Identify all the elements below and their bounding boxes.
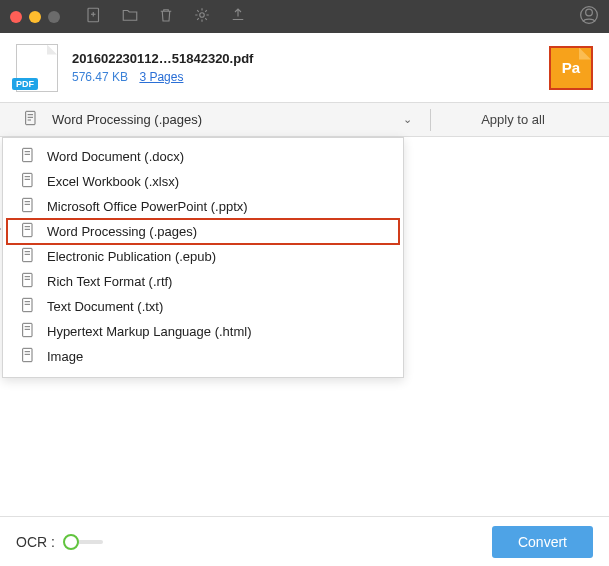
format-option-label: Text Document (.txt) xyxy=(47,299,163,314)
svg-rect-34 xyxy=(23,348,32,361)
ocr-label: OCR : xyxy=(16,534,55,550)
format-option-rtf[interactable]: Rich Text Format (.rtf) xyxy=(3,269,403,294)
folder-icon[interactable] xyxy=(121,6,139,28)
format-option-pages[interactable]: ✓ Word Processing (.pages) xyxy=(7,219,399,244)
format-option-label: Rich Text Format (.rtf) xyxy=(47,274,172,289)
svg-rect-25 xyxy=(23,273,32,286)
gear-icon[interactable] xyxy=(193,6,211,28)
format-option-xlsx[interactable]: Excel Workbook (.xlsx) xyxy=(3,169,403,194)
selected-format-label: Word Processing (.pages) xyxy=(52,112,389,127)
format-option-image[interactable]: Image xyxy=(3,344,403,369)
document-icon xyxy=(21,347,35,366)
format-option-label: Word Processing (.pages) xyxy=(47,224,197,239)
document-icon xyxy=(21,322,35,341)
chevron-down-icon: ⌄ xyxy=(403,113,412,126)
pdf-badge: PDF xyxy=(12,78,38,90)
format-option-epub[interactable]: Electronic Publication (.epub) xyxy=(3,244,403,269)
divider xyxy=(430,109,431,131)
apply-to-all-button[interactable]: Apply to all xyxy=(441,112,585,127)
svg-rect-22 xyxy=(23,248,32,261)
format-option-label: Excel Workbook (.xlsx) xyxy=(47,174,179,189)
format-option-label: Microsoft Office PowerPoint (.pptx) xyxy=(47,199,248,214)
svg-point-3 xyxy=(200,12,205,17)
document-icon xyxy=(21,172,35,191)
document-icon xyxy=(21,222,35,241)
format-option-label: Hypertext Markup Language (.html) xyxy=(47,324,251,339)
maximize-window[interactable] xyxy=(48,11,60,23)
file-pages-link[interactable]: 3 Pages xyxy=(139,70,183,84)
format-option-label: Word Document (.docx) xyxy=(47,149,184,164)
svg-rect-16 xyxy=(23,198,32,211)
upload-icon[interactable] xyxy=(229,6,247,28)
output-format-badge[interactable]: Pa xyxy=(549,46,593,90)
file-details: 201602230112…51842320.pdf 576.47 KB 3 Pa… xyxy=(72,51,535,84)
format-option-label: Electronic Publication (.epub) xyxy=(47,249,216,264)
svg-rect-31 xyxy=(23,323,32,336)
format-badge-label: Pa xyxy=(562,59,580,76)
ocr-toggle[interactable] xyxy=(63,533,103,551)
bottom-bar: OCR : Convert xyxy=(0,516,609,566)
support-icon[interactable] xyxy=(579,5,599,29)
format-dropdown-menu: Word Document (.docx) Excel Workbook (.x… xyxy=(2,137,404,378)
file-name: 201602230112…51842320.pdf xyxy=(72,51,535,66)
format-option-pptx[interactable]: Microsoft Office PowerPoint (.pptx) xyxy=(3,194,403,219)
document-icon xyxy=(21,247,35,266)
add-file-icon[interactable] xyxy=(85,6,103,28)
format-option-html[interactable]: Hypertext Markup Language (.html) xyxy=(3,319,403,344)
svg-rect-28 xyxy=(23,298,32,311)
window-controls xyxy=(10,11,60,23)
format-selector-bar: Word Processing (.pages) ⌄ Apply to all xyxy=(0,103,609,137)
document-icon xyxy=(21,297,35,316)
file-thumbnail: PDF xyxy=(16,44,58,92)
svg-point-4 xyxy=(586,9,593,16)
minimize-window[interactable] xyxy=(29,11,41,23)
format-dropdown-trigger[interactable]: Word Processing (.pages) ⌄ xyxy=(24,110,420,129)
svg-rect-10 xyxy=(23,148,32,161)
format-option-label: Image xyxy=(47,349,83,364)
svg-rect-19 xyxy=(23,223,32,236)
trash-icon[interactable] xyxy=(157,6,175,28)
toolbar-icons xyxy=(85,6,247,28)
checkmark-icon: ✓ xyxy=(0,225,3,239)
svg-rect-13 xyxy=(23,173,32,186)
titlebar xyxy=(0,0,609,33)
svg-rect-6 xyxy=(26,111,35,124)
document-icon xyxy=(24,110,38,129)
format-option-docx[interactable]: Word Document (.docx) xyxy=(3,144,403,169)
file-info-row: PDF 201602230112…51842320.pdf 576.47 KB … xyxy=(0,33,609,103)
close-window[interactable] xyxy=(10,11,22,23)
convert-button[interactable]: Convert xyxy=(492,526,593,558)
format-option-txt[interactable]: Text Document (.txt) xyxy=(3,294,403,319)
document-icon xyxy=(21,197,35,216)
document-icon xyxy=(21,147,35,166)
file-size: 576.47 KB xyxy=(72,70,128,84)
document-icon xyxy=(21,272,35,291)
